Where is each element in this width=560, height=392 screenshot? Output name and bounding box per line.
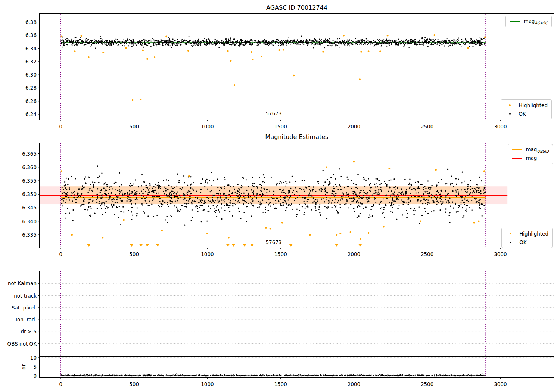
panel-flags: not Kalmannot trackSat. pixel.Ion. rad.d… bbox=[39, 271, 554, 356]
x-tick-label: 1000 bbox=[201, 381, 214, 387]
legend-label-mag-agasc: magAGASC bbox=[523, 18, 548, 25]
panel-dr: 0510050010001500200025003000 bbox=[39, 356, 554, 378]
legend-highlighted-ok-top: Highlighted OK bbox=[501, 99, 552, 119]
flag-label-dr-5: dr > 5 bbox=[21, 329, 37, 335]
y-axis-ticks: 6.3356.3406.3456.3506.3556.3606.365 bbox=[22, 151, 40, 238]
y-axis-ticks: 6.246.266.286.306.326.346.366.38 bbox=[25, 19, 40, 117]
x-tick-label: 0 bbox=[59, 124, 63, 130]
legend-row-highlighted: Highlighted bbox=[505, 102, 548, 109]
x-tick-label: 0 bbox=[59, 381, 63, 387]
y-tick-label: 10 bbox=[30, 355, 37, 361]
y-tick-label: 6.345 bbox=[22, 205, 37, 211]
x-tick-label: 2500 bbox=[421, 381, 433, 387]
x-tick-label: 1500 bbox=[274, 381, 287, 387]
legend-row-mag-agasc: magAGASC bbox=[510, 18, 548, 25]
y-tick-label: 0 bbox=[33, 373, 37, 379]
legend-mag-agasc: magAGASC bbox=[505, 16, 552, 27]
red-line-swatch bbox=[512, 158, 522, 159]
x-tick-label: 3000 bbox=[494, 381, 507, 387]
orange-dot-swatch bbox=[505, 233, 516, 234]
y-tick-label: 6.350 bbox=[22, 191, 37, 197]
y-tick-label: 6.28 bbox=[25, 85, 37, 91]
mag-agasc-plot: 0500100015002000250030006.246.266.286.30… bbox=[40, 14, 554, 120]
obsid-label-top: 57673 bbox=[266, 111, 282, 116]
flag-label-not-track: not track bbox=[14, 293, 37, 299]
y-tick-label: 6.340 bbox=[22, 218, 37, 224]
legend-label-ok: OK bbox=[519, 111, 526, 117]
x-tick-label: 3000 bbox=[494, 124, 507, 130]
x-tick-label: 2000 bbox=[348, 251, 360, 257]
legend-label-ok: OK bbox=[519, 239, 526, 245]
black-dot-swatch bbox=[505, 242, 516, 243]
obsid-label-middle: 57673 bbox=[266, 239, 282, 245]
x-tick-label: 2500 bbox=[421, 124, 433, 130]
y-tick-label: 6.26 bbox=[25, 98, 37, 104]
figure: 0500100015002000250030006.246.266.286.30… bbox=[0, 0, 560, 392]
y-tick-label: 5 bbox=[33, 364, 37, 370]
panel-mag-estimates: 0500100015002000250030006.3356.3406.3456… bbox=[39, 143, 554, 248]
legend-row-mag: mag bbox=[512, 155, 549, 162]
legend-row-ok: OK bbox=[505, 239, 548, 246]
orange-line-swatch bbox=[512, 149, 522, 150]
y-tick-label: 6.360 bbox=[22, 164, 37, 170]
mag-estimates-plot: 0500100015002000250030006.3356.3406.3456… bbox=[40, 143, 554, 248]
page-title: AGASC ID 70012744 bbox=[266, 4, 327, 11]
x-axis-ticks: 050010001500200025003000 bbox=[59, 377, 507, 387]
y-tick-label: 6.30 bbox=[25, 72, 37, 78]
dr-plot: 0510050010001500200025003000 bbox=[40, 357, 554, 377]
x-tick-label: 2500 bbox=[421, 251, 433, 257]
panel-mag-agasc: 0500100015002000250030006.246.266.286.30… bbox=[39, 13, 554, 120]
legend-highlighted-ok-middle: Highlighted OK bbox=[501, 228, 553, 248]
flag-label-obs-not-ok: OBS not OK bbox=[7, 341, 37, 347]
x-tick-label: 500 bbox=[129, 381, 139, 387]
y-tick-label: 6.36 bbox=[25, 32, 37, 38]
obsid-boundary-vlines bbox=[61, 14, 486, 120]
y-tick-label: 6.365 bbox=[22, 151, 37, 157]
obsid-boundary-vlines bbox=[61, 271, 486, 356]
x-tick-label: 1500 bbox=[274, 124, 287, 130]
black-dot-swatch bbox=[505, 113, 515, 115]
y-tick-label: 6.38 bbox=[25, 19, 37, 25]
x-tick-label: 500 bbox=[129, 124, 139, 130]
clipped-low-triangles bbox=[87, 244, 362, 247]
x-tick-label: 3000 bbox=[494, 251, 507, 257]
flags-plot: not Kalmannot trackSat. pixel.Ion. rad.d… bbox=[40, 271, 554, 356]
legend-label-highlighted: Highlighted bbox=[519, 231, 548, 237]
legend-row-ok: OK bbox=[505, 110, 548, 117]
legend-label-mag: mag bbox=[526, 155, 537, 162]
legend-mag-obsid: magOBSID mag bbox=[508, 144, 553, 164]
x-tick-label: 1000 bbox=[201, 251, 214, 257]
green-line-swatch bbox=[510, 21, 520, 22]
y-tick-label: 6.34 bbox=[25, 46, 37, 52]
orange-dot-swatch bbox=[505, 104, 515, 106]
x-tick-label: 2000 bbox=[348, 381, 360, 387]
flag-label-not-kalman: not Kalman bbox=[8, 280, 37, 286]
legend-label-mag-obsid: magOBSID bbox=[526, 146, 549, 153]
magnitude-estimates-title: Magnitude Estimates bbox=[265, 133, 329, 140]
y-tick-label: 6.335 bbox=[22, 232, 37, 238]
x-axis-ticks: 050010001500200025003000 bbox=[59, 248, 507, 257]
x-tick-label: 0 bbox=[59, 251, 63, 257]
x-axis-ticks: 050010001500200025003000 bbox=[59, 120, 507, 130]
x-tick-label: 1000 bbox=[201, 124, 214, 130]
y-tick-label: 6.24 bbox=[25, 111, 37, 117]
legend-label-highlighted: Highlighted bbox=[519, 102, 548, 108]
x-tick-label: 1500 bbox=[274, 251, 287, 257]
dr-scatter-points bbox=[60, 373, 486, 377]
y-tick-label: 6.32 bbox=[25, 59, 37, 65]
x-tick-label: 500 bbox=[129, 251, 139, 257]
flag-label-sat-pixel: Sat. pixel. bbox=[12, 305, 37, 311]
legend-row-mag-obsid: magOBSID bbox=[512, 146, 549, 153]
dr-axis-label: dr bbox=[21, 362, 27, 372]
y-tick-label: 6.355 bbox=[22, 178, 37, 184]
x-tick-label: 2000 bbox=[348, 124, 360, 130]
legend-row-highlighted: Highlighted bbox=[505, 230, 548, 237]
flag-label-ion-rad: Ion. rad. bbox=[16, 317, 37, 323]
